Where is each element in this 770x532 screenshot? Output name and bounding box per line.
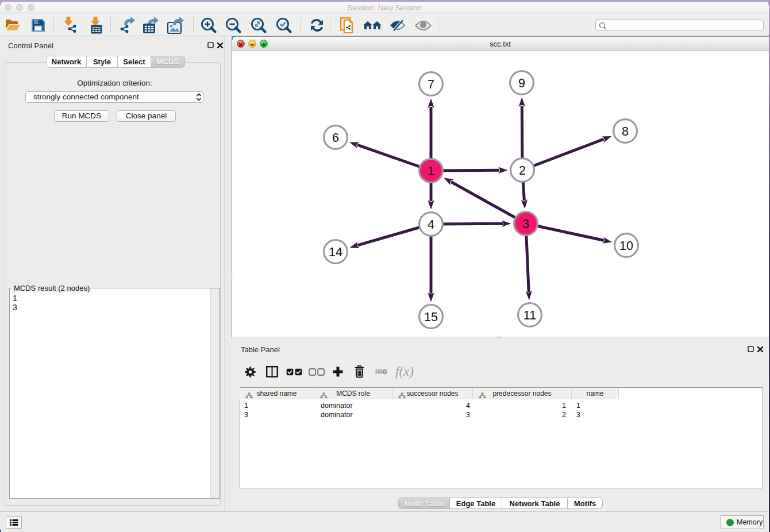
svg-text:7: 7 (428, 78, 434, 91)
svg-text:2: 2 (519, 164, 526, 178)
svg-text:3: 3 (522, 217, 529, 231)
svg-text:4: 4 (428, 218, 434, 232)
svg-text:1: 1 (428, 164, 434, 178)
svg-text:6: 6 (332, 131, 339, 145)
svg-text:9: 9 (518, 76, 525, 90)
svg-text:14: 14 (329, 245, 342, 259)
svg-text:11: 11 (523, 309, 536, 322)
svg-text:15: 15 (424, 310, 438, 324)
svg-text:8: 8 (622, 125, 629, 138)
svg-text:10: 10 (619, 239, 633, 253)
